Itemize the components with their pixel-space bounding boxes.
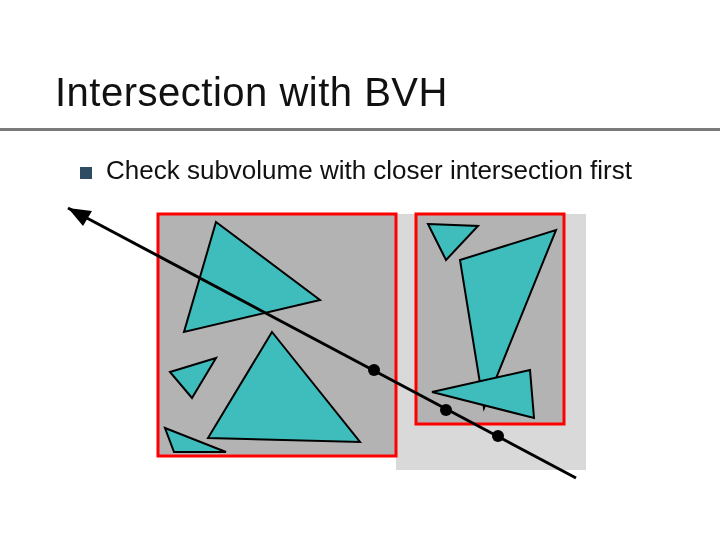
bvh-diagram bbox=[0, 0, 720, 540]
ray-arrowhead-icon bbox=[68, 208, 92, 226]
intersection-dot-1 bbox=[440, 404, 452, 416]
intersection-dot-0 bbox=[368, 364, 380, 376]
intersection-dot-2 bbox=[492, 430, 504, 442]
